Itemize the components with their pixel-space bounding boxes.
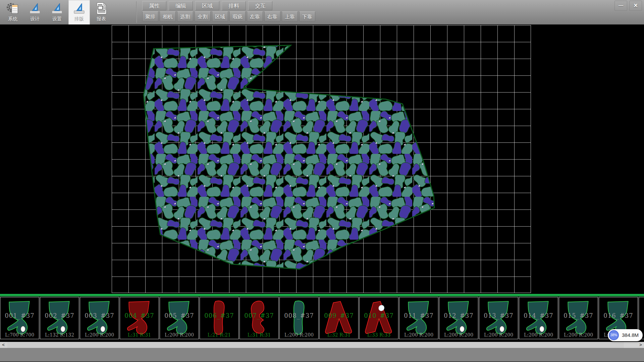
toolbar-button-design[interactable]: 设计 (24, 0, 46, 25)
menu-nesting[interactable]: 排料 (222, 1, 246, 10)
tool-cut-all[interactable]: 全割 (195, 11, 211, 21)
piece-meta: L:200 R:200 (559, 332, 598, 338)
progress-ring: 38% (609, 330, 619, 340)
design-setsquare-icon (28, 1, 42, 15)
toolbar-label: 系统 (8, 16, 17, 22)
piece-label: 011_#37 (399, 312, 438, 319)
piece-meta: L:200 R:200 (280, 332, 318, 338)
memory-status-chip[interactable]: 38% 384.8M (608, 329, 643, 341)
piece-label: 013_#37 (479, 312, 518, 319)
piece-thumb-009[interactable]: 009_#37 L:32 R:31 (319, 297, 359, 339)
piece-thumb-007[interactable]: 007_#37 L:31 R:31 (239, 297, 279, 339)
piece-label: 003_#37 (80, 312, 119, 319)
piece-label: 007_#37 (240, 312, 278, 319)
tool-select-cut[interactable]: 选割 (177, 11, 193, 21)
toolbar-button-report[interactable]: 报表 (91, 0, 112, 25)
piece-meta: L:21 R:21 (200, 332, 238, 338)
piece-thumb-011[interactable]: 011_#37 L:200 R:200 (399, 297, 438, 339)
nesting-canvas[interactable] (0, 24, 644, 293)
system-gear-icon (6, 1, 20, 15)
piece-meta: L:200 R:200 (80, 332, 119, 338)
toolbar-label: 设计 (30, 16, 40, 22)
toolbar-label: 设置 (52, 16, 62, 22)
menu-interaction[interactable]: 交互 (248, 1, 272, 10)
tool-cluster-nest[interactable]: 聚排 (142, 11, 158, 21)
scroll-left-arrow[interactable]: < (0, 342, 7, 348)
menu-properties[interactable]: 属性 (142, 1, 166, 10)
piece-meta: L:31 R:31 (120, 332, 159, 338)
hide-outline[interactable] (144, 45, 434, 269)
tool-align-top[interactable]: 上靠 (282, 11, 298, 21)
piece-label: 016_#37 (599, 312, 638, 319)
toolbar-divider (136, 1, 137, 23)
toolbar-label: 排版 (74, 16, 84, 22)
piece-thumb-004[interactable]: 004_#37 L:31 R:31 (120, 297, 159, 339)
piece-meta: L:200 R:200 (479, 332, 518, 338)
piece-label: 006_#37 (200, 312, 238, 319)
menu-bar: 属性 编辑 区域 排料 交互 (142, 1, 272, 10)
strip-separator (0, 293, 644, 297)
memory-value: 384.8M (622, 329, 639, 341)
piece-label: 012_#37 (439, 312, 478, 319)
horizontal-scrollbar[interactable]: < > (0, 342, 644, 348)
piece-meta: L:200 R:200 (519, 332, 558, 338)
piece-thumb-013[interactable]: 013_#37 L:200 R:200 (479, 297, 518, 339)
tool-camera[interactable]: 相机 (160, 11, 176, 21)
piece-thumbnail-strip: 001_#37 L:700 R:700 002_#37 L:132 R:132 … (0, 297, 644, 340)
menu-region[interactable]: 区域 (195, 1, 219, 10)
nested-hide[interactable] (112, 25, 531, 293)
scroll-right-arrow[interactable]: > (637, 342, 644, 348)
toolbar-button-system[interactable]: 系统 (2, 0, 23, 25)
report-document-icon (94, 1, 108, 15)
piece-meta: L:200 R:200 (399, 332, 438, 338)
tool-align-bottom[interactable]: 下靠 (299, 11, 315, 21)
tool-defect[interactable]: 瑕疵 (229, 11, 246, 21)
piece-label: 002_#37 (40, 312, 79, 319)
toolbar-button-settings[interactable]: 设置 (46, 0, 68, 25)
toolbar-label: 报表 (97, 16, 106, 22)
piece-thumb-012[interactable]: 012_#37 L:200 R:200 (439, 297, 478, 339)
piece-meta: L:200 R:200 (439, 332, 478, 338)
tool-align-left[interactable]: 左靠 (247, 11, 263, 21)
piece-thumb-010[interactable]: 010_#37 L:33 R:33 (359, 297, 398, 339)
piece-label: 001_#37 (0, 312, 39, 319)
piece-label: 009_#37 (320, 312, 358, 319)
main-toolbar-group: 系统 设计 设置 排版 (2, 0, 112, 24)
piece-meta: L:33 R:33 (360, 332, 398, 338)
piece-meta: L:132 R:132 (40, 332, 79, 338)
piece-thumb-008[interactable]: 008_#37 L:200 R:200 (279, 297, 319, 339)
piece-meta: L:200 R:200 (160, 332, 199, 338)
piece-label: 014_#37 (519, 312, 558, 319)
piece-label: 010_#37 (360, 312, 398, 319)
toolbar-button-nesting[interactable]: 排版 (68, 0, 90, 25)
piece-thumb-005[interactable]: 005_#37 L:200 R:200 (160, 297, 199, 339)
piece-meta: L:700 R:700 (0, 332, 39, 338)
piece-thumb-014[interactable]: 014_#37 L:200 R:200 (519, 297, 558, 339)
scrollbar-track[interactable] (7, 342, 624, 348)
top-toolbar: 系统 设计 设置 排版 (0, 0, 644, 24)
piece-thumb-002[interactable]: 002_#37 L:132 R:132 (40, 297, 79, 339)
piece-thumb-001[interactable]: 001_#37 L:700 R:700 (0, 297, 39, 339)
piece-meta: L:32 R:31 (320, 332, 358, 338)
window-bottom-bar (0, 348, 644, 362)
piece-label: 008_#37 (280, 312, 318, 319)
piece-label: 015_#37 (559, 312, 598, 319)
tool-region[interactable]: 区域 (212, 11, 228, 21)
settings-setsquare-icon (50, 1, 64, 15)
piece-thumb-003[interactable]: 003_#37 L:200 R:200 (80, 297, 119, 339)
close-button[interactable]: × (629, 1, 642, 11)
piece-label: 005_#37 (160, 312, 199, 319)
menu-edit[interactable]: 编辑 (169, 1, 193, 10)
window-controls: ─ × (614, 1, 642, 11)
tool-row: 聚排 相机 选割 全割 区域 瑕疵 左靠 右靠 上靠 下靠 (142, 11, 315, 21)
tool-align-right[interactable]: 右靠 (264, 11, 280, 21)
piece-thumb-015[interactable]: 015_#37 L:200 R:200 (559, 297, 598, 339)
piece-meta: L:31 R:31 (240, 332, 278, 338)
minimize-button[interactable]: ─ (614, 1, 627, 11)
nesting-setsquare-icon (72, 1, 86, 15)
piece-thumb-006[interactable]: 006_#37 L:21 R:21 (200, 297, 239, 339)
piece-label: 004_#37 (120, 312, 159, 319)
